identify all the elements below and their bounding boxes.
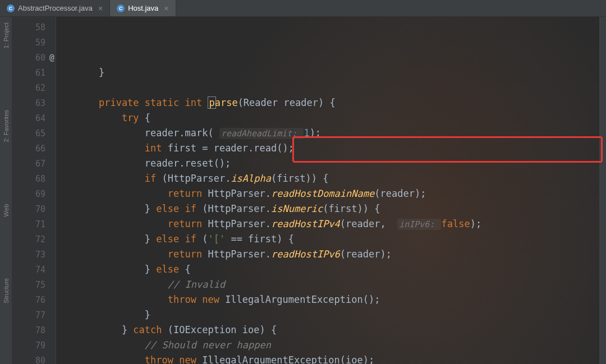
gutter-line[interactable]: 69: [12, 186, 56, 201]
code-line[interactable]: reader.mark( readAheadLimit: 1);: [76, 126, 606, 141]
gutter-line[interactable]: 71: [12, 216, 56, 232]
gutter-line[interactable]: 60@: [12, 50, 56, 65]
code-editor[interactable]: } private static int parse(Reader reader…: [56, 17, 606, 364]
token-plain: }: [76, 67, 104, 78]
gutter-line[interactable]: 75: [12, 277, 56, 292]
code-line[interactable]: return HttpParser.readHostIPv6(reader);: [76, 247, 606, 262]
tab-label: Host.java: [128, 4, 158, 12]
code-line[interactable]: throw new IllegalArgumentException(ioe);: [76, 353, 606, 364]
gutter-line[interactable]: 59: [12, 35, 56, 50]
gutter-line[interactable]: 63: [12, 95, 56, 110]
token-kw: else if: [156, 233, 202, 245]
token-plain: == first) {: [225, 233, 294, 245]
code-line[interactable]: [76, 80, 606, 95]
token-plain: [76, 188, 168, 199]
token-static-method: isNumeric: [271, 203, 323, 214]
token-kw: try: [122, 112, 145, 123]
gutter-line[interactable]: 67: [12, 156, 56, 171]
code-line[interactable]: if (HttpParser.isAlpha(first)) {: [76, 171, 606, 186]
token-plain: (reader);: [340, 248, 392, 260]
token-plain: (HttpParser.: [162, 173, 231, 184]
token-plain: [76, 339, 145, 351]
override-marker-icon[interactable]: @: [49, 53, 54, 63]
code-line[interactable]: return HttpParser.readHostIPv4(reader, i…: [76, 216, 606, 232]
token-comment: // Invalid: [168, 279, 225, 290]
code-line[interactable]: return HttpParser.readHostDomainName(rea…: [76, 186, 606, 201]
token-kw: else: [156, 264, 185, 275]
token-plain: (IOException ioe) {: [168, 324, 277, 335]
gutter-line[interactable]: 68: [12, 171, 56, 186]
tab-host-java[interactable]: CHost.java×: [110, 0, 176, 16]
gutter-line[interactable]: 66: [12, 141, 56, 156]
token-plain: reader.reset();: [76, 158, 231, 169]
token-type: int: [145, 142, 168, 154]
code-line[interactable]: private static int parse(Reader reader) …: [76, 95, 606, 110]
gutter-line[interactable]: 76: [12, 292, 56, 307]
code-line[interactable]: }: [76, 307, 606, 322]
close-icon[interactable]: ×: [98, 4, 103, 13]
line-gutter[interactable]: 585960@616263646566676869707172737475767…: [12, 17, 56, 364]
token-plain: [76, 142, 145, 154]
token-number: 1: [304, 127, 309, 139]
token-plain: }: [76, 324, 133, 335]
code-line[interactable]: // Invalid: [76, 277, 606, 292]
gutter-line[interactable]: 72: [12, 232, 56, 247]
token-kw: return: [168, 248, 208, 260]
code-line[interactable]: } catch (IOException ioe) {: [76, 322, 606, 338]
token-plain: {: [185, 264, 190, 275]
token-plain: }: [76, 264, 156, 275]
token-kw: return: [168, 188, 208, 199]
token-plain: first = reader.read();: [168, 142, 294, 154]
gutter-line[interactable]: 79: [12, 338, 56, 353]
code-line[interactable]: // Should never happen: [76, 338, 606, 353]
code-line[interactable]: throw new IllegalArgumentException();: [76, 292, 606, 307]
token-plain: (reader,: [340, 218, 397, 229]
code-line[interactable]: reader.reset();: [76, 156, 606, 171]
token-plain: (: [202, 233, 208, 245]
token-plain: [76, 354, 145, 364]
code-line[interactable]: int first = reader.read();: [76, 141, 606, 156]
token-kw: else if: [156, 203, 202, 214]
main-area: 1: Project2: FavoritesWebStructure 58596…: [0, 17, 606, 364]
code-line[interactable]: } else if (HttpParser.isNumeric(first)) …: [76, 201, 606, 216]
code-line[interactable]: }: [76, 65, 606, 80]
tool-structure[interactable]: Structure: [3, 278, 10, 303]
tab-label: AbstractProcessor.java: [18, 4, 93, 12]
code-line[interactable]: try {: [76, 110, 606, 126]
tool--project[interactable]: 1: Project: [3, 22, 10, 48]
gutter-line[interactable]: 73: [12, 247, 56, 262]
gutter-line[interactable]: 78: [12, 322, 56, 338]
code-line[interactable]: } else if ('[' == first) {: [76, 232, 606, 247]
token-plain: (Reader reader) {: [238, 97, 336, 108]
gutter-line[interactable]: 80: [12, 353, 56, 364]
token-comment: // Should never happen: [145, 339, 271, 351]
token-plain: [76, 279, 168, 290]
tool-sidebar: 1: Project2: FavoritesWebStructure: [0, 17, 12, 364]
gutter-line[interactable]: 62: [12, 80, 56, 95]
gutter-line[interactable]: 70: [12, 201, 56, 216]
token-plain: (reader);: [374, 188, 426, 199]
token-static-method: isAlpha: [231, 173, 271, 184]
file-class-icon: C: [117, 4, 125, 12]
token-plain: IllegalArgumentException(ioe);: [202, 354, 374, 364]
token-param-hint: inIPv6:: [397, 219, 441, 230]
token-kw: if: [145, 173, 162, 184]
tool-web[interactable]: Web: [3, 204, 10, 216]
gutter-line[interactable]: 58: [12, 20, 56, 35]
token-plain: [76, 294, 168, 305]
tool--favorites[interactable]: 2: Favorites: [3, 110, 10, 142]
tab-abstractprocessor-java[interactable]: CAbstractProcessor.java×: [0, 0, 110, 16]
code-line[interactable]: } else {: [76, 262, 606, 277]
token-static-method: readHostIPv6: [271, 248, 340, 260]
token-param-hint: readAheadLimit:: [219, 128, 304, 139]
gutter-line[interactable]: 74: [12, 262, 56, 277]
token-kw: private static: [76, 97, 185, 108]
token-string: '[': [208, 233, 225, 245]
close-icon[interactable]: ×: [164, 4, 168, 13]
gutter-line[interactable]: 64: [12, 110, 56, 126]
gutter-line[interactable]: 65: [12, 126, 56, 141]
gutter-line[interactable]: 77: [12, 307, 56, 322]
gutter-line[interactable]: 61: [12, 65, 56, 80]
token-plain: HttpParser.: [208, 218, 271, 229]
token-kw: false: [441, 218, 470, 229]
